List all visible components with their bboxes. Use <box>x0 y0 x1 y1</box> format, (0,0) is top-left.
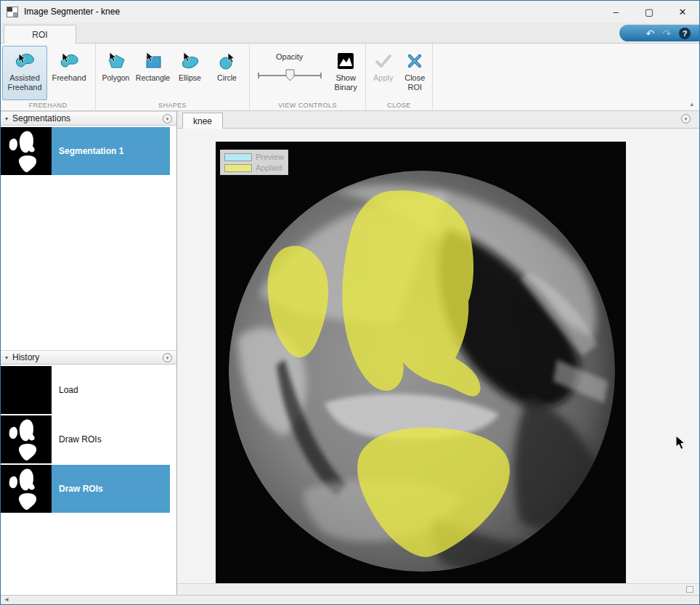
image-canvas[interactable]: Preview Applied <box>177 129 699 583</box>
history-title: History <box>12 352 39 362</box>
polygon-button[interactable]: Polygon <box>97 46 134 100</box>
freehand-icon <box>59 49 79 73</box>
redo-icon[interactable]: ↷ <box>662 28 671 38</box>
document-menu-icon[interactable]: ▾ <box>681 114 691 123</box>
titlebar: Image Segmenter - knee – ▢ ✕ <box>1 1 699 23</box>
close-roi-icon <box>406 49 423 73</box>
segmentations-collapse-icon[interactable]: ▾ <box>5 115 8 122</box>
segmentation-thumbnail <box>1 127 52 175</box>
preview-swatch <box>224 153 252 161</box>
group-freehand: Assisted Freehand Freehand FREEHAND <box>1 44 96 110</box>
segmentations-title: Segmentations <box>12 113 70 123</box>
roi-femur <box>342 190 480 396</box>
statusbar: ◄ <box>1 595 699 604</box>
tab-knee[interactable]: knee <box>182 113 223 129</box>
left-panel: ▾ Segmentations ▾ Segmentation 1 ▾ Histo… <box>1 111 177 595</box>
document-tabbar: knee ▾ <box>177 111 699 129</box>
assisted-freehand-label: Assisted Freehand <box>3 73 46 92</box>
rectangle-label: Rectangle <box>136 73 170 82</box>
circle-button[interactable]: Circle <box>208 46 245 100</box>
resize-grip[interactable] <box>686 586 693 593</box>
document-area: knee ▾ Preview Applied <box>177 111 699 595</box>
group-close: Apply Close ROI CLOSE <box>366 44 433 110</box>
toolstrip-tabbar: ROI ↶ ↷ ? <box>1 23 699 43</box>
polygon-icon <box>107 49 126 73</box>
horizontal-scrollbar[interactable] <box>177 583 699 595</box>
ribbon: Assisted Freehand Freehand FREEHAND <box>1 43 699 111</box>
applied-label: Applied <box>256 163 282 172</box>
quick-access-toolbar: ↶ ↷ ? <box>619 25 699 41</box>
preview-label: Preview <box>256 153 284 161</box>
opacity-slider[interactable] <box>257 66 322 85</box>
app-icon <box>7 7 18 17</box>
ellipse-label: Ellipse <box>179 73 201 82</box>
assisted-freehand-button[interactable]: Assisted Freehand <box>2 46 47 100</box>
apply-button[interactable]: Apply <box>367 46 399 100</box>
segmentations-menu-icon[interactable]: ▾ <box>163 114 172 123</box>
segmentation-list-item[interactable]: Segmentation 1 <box>1 127 170 175</box>
history-draw-rois-thumbnail <box>1 465 52 513</box>
history-item-load[interactable]: Load <box>1 366 170 414</box>
opacity-label: Opacity <box>276 52 303 61</box>
maximize-button[interactable]: ▢ <box>632 1 666 23</box>
app-window: Image Segmenter - knee – ▢ ✕ ROI ↶ ↷ ? <box>0 0 700 605</box>
close-roi-button[interactable]: Close ROI <box>399 46 431 100</box>
history-collapse-icon[interactable]: ▾ <box>5 354 8 361</box>
panel-collapse-left-icon[interactable]: ◄ <box>4 596 9 603</box>
undo-icon[interactable]: ↶ <box>646 28 655 38</box>
tab-roi[interactable]: ROI <box>4 25 76 44</box>
freehand-label: Freehand <box>52 73 86 83</box>
ellipse-button[interactable]: Ellipse <box>171 46 208 100</box>
segmentations-header[interactable]: ▾ Segmentations ▾ <box>1 111 176 126</box>
history-menu-icon[interactable]: ▾ <box>163 353 172 362</box>
freehand-button[interactable]: Freehand <box>47 46 91 100</box>
history-header[interactable]: ▾ History ▾ <box>1 350 176 365</box>
show-binary-label: Show Binary <box>328 73 363 92</box>
history-load-thumbnail <box>1 366 52 414</box>
circle-label: Circle <box>217 73 237 82</box>
roi-legend: Preview Applied <box>220 150 288 175</box>
ellipse-icon <box>181 49 200 73</box>
opacity-control: Opacity <box>251 46 327 100</box>
apply-label: Apply <box>373 73 394 83</box>
history-item-draw-rois-1[interactable]: Draw ROIs <box>1 415 170 463</box>
group-label-view-controls: VIEW CONTROLS <box>250 102 365 109</box>
window-controls: – ▢ ✕ <box>599 1 699 23</box>
rectangle-icon <box>144 49 163 73</box>
history-item-draw-rois-2[interactable]: Draw ROIs <box>1 465 170 513</box>
circle-icon <box>218 49 237 73</box>
history-draw-rois-thumbnail <box>1 415 52 463</box>
segmentation-item-label: Segmentation 1 <box>52 127 170 175</box>
assisted-freehand-icon <box>15 49 35 73</box>
window-title: Image Segmenter - knee <box>24 7 120 17</box>
group-label-close: CLOSE <box>366 102 432 109</box>
show-binary-icon <box>337 49 354 73</box>
opacity-slider-thumb <box>286 70 294 81</box>
minimize-button[interactable]: – <box>599 1 632 23</box>
group-shapes: Polygon Rectangle <box>96 44 250 110</box>
help-icon[interactable]: ? <box>679 28 691 39</box>
polygon-label: Polygon <box>102 73 130 82</box>
history-item-label: Draw ROIs <box>52 465 170 513</box>
close-roi-label: Close ROI <box>400 73 431 92</box>
close-button[interactable]: ✕ <box>666 1 699 23</box>
history-item-label: Load <box>52 366 170 414</box>
history-item-label: Draw ROIs <box>52 415 170 463</box>
rectangle-button[interactable]: Rectangle <box>134 46 171 100</box>
show-binary-button[interactable]: Show Binary <box>327 46 364 100</box>
group-label-freehand: FREEHAND <box>1 102 95 109</box>
group-view-controls: Opacity Show Binary <box>250 44 366 110</box>
legend-preview-row: Preview <box>224 153 284 161</box>
legend-applied-row: Applied <box>224 163 284 172</box>
mri-image[interactable] <box>216 142 626 583</box>
ribbon-collapse-icon[interactable]: ▴ <box>690 100 693 107</box>
group-label-shapes: SHAPES <box>96 102 249 109</box>
apply-check-icon <box>374 49 393 73</box>
applied-swatch <box>224 164 252 172</box>
